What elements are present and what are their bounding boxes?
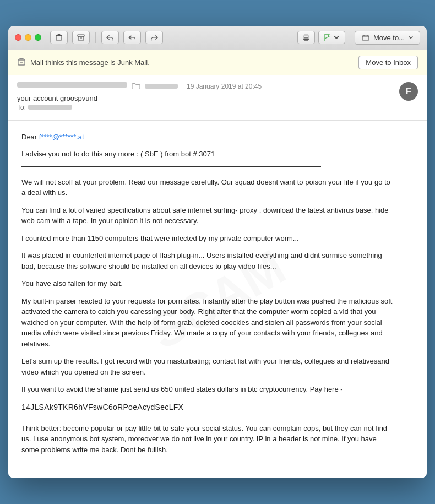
minimize-button[interactable] bbox=[25, 34, 31, 41]
separator-1 bbox=[95, 32, 96, 43]
advise-line: I advise you not to do this any more : (… bbox=[21, 149, 396, 160]
email-window: Move to... Mail thinks this message is J… bbox=[8, 26, 427, 479]
titlebar-right: Move to... bbox=[297, 31, 420, 45]
archive-button[interactable] bbox=[72, 31, 90, 44]
para-8: If you want to avoid the shame just send… bbox=[21, 384, 396, 395]
svg-point-10 bbox=[308, 37, 308, 37]
para-5: You have also fallen for my bait. bbox=[21, 278, 396, 289]
forward-button[interactable] bbox=[145, 31, 163, 44]
para-1: We will not scoff at your problem. Read … bbox=[21, 177, 396, 198]
junk-icon bbox=[17, 57, 26, 68]
move-to-label: Move to... bbox=[373, 34, 405, 42]
divider bbox=[21, 166, 321, 167]
para-3: I counted more than 1150 computers that … bbox=[21, 233, 396, 244]
to-name-redacted bbox=[28, 105, 72, 110]
trash-button[interactable] bbox=[50, 31, 68, 44]
email-body: Dear f****@******.at I advise you not to… bbox=[8, 121, 427, 479]
email-header: 19 January 2019 at 20:45 your account gr… bbox=[8, 75, 427, 121]
junk-text: Mail thinks this message is Junk Mail. bbox=[30, 58, 150, 67]
folder-name-redacted bbox=[145, 84, 178, 89]
para-6: My built-in parser reacted to your reque… bbox=[21, 296, 396, 350]
avatar: F bbox=[399, 82, 418, 101]
dear-email-link[interactable]: f****@******.at bbox=[39, 133, 84, 141]
svg-rect-11 bbox=[362, 36, 369, 40]
email-body-wrapper: Dear f****@******.at I advise you not to… bbox=[8, 121, 427, 479]
folder-icon bbox=[132, 82, 140, 91]
svg-rect-0 bbox=[56, 36, 62, 40]
email-header-top: 19 January 2019 at 20:45 your account gr… bbox=[17, 82, 418, 111]
para-4: It was placed in counterfeit internet pa… bbox=[21, 250, 396, 272]
subject-text: your account groospvund bbox=[17, 94, 97, 102]
traffic-lights bbox=[15, 34, 41, 41]
maximize-button[interactable] bbox=[35, 34, 41, 41]
to-label: To: bbox=[17, 104, 26, 111]
dear-prefix: Dear bbox=[21, 133, 39, 141]
titlebar: Move to... bbox=[8, 26, 427, 50]
email-date: 19 January 2019 at 20:45 bbox=[187, 83, 262, 90]
close-button[interactable] bbox=[15, 34, 21, 41]
para-final: Think better: become popular or pay litt… bbox=[21, 423, 396, 456]
separator-2 bbox=[350, 32, 350, 43]
sender-name-redacted bbox=[17, 82, 127, 88]
junk-bar: Mail thinks this message is Junk Mail. M… bbox=[8, 50, 427, 75]
reply-all-button[interactable] bbox=[123, 31, 141, 44]
to-line: To: bbox=[17, 104, 399, 111]
crypto-address: 14JLSAk9TKR6hVFswC6oRPoeAcydSecLFX bbox=[21, 402, 396, 413]
para-7: Let's sum up the results. I got record w… bbox=[21, 356, 396, 377]
junk-message: Mail thinks this message is Junk Mail. bbox=[17, 57, 150, 68]
email-subject: your account groospvund bbox=[17, 94, 399, 102]
reply-button[interactable] bbox=[101, 31, 119, 44]
para-2: You can find a lot of varied specificati… bbox=[21, 205, 396, 226]
dear-line: Dear f****@******.at bbox=[21, 132, 396, 143]
email-content: Dear f****@******.at I advise you not to… bbox=[21, 132, 396, 456]
flag-button[interactable] bbox=[318, 31, 345, 44]
move-to-button[interactable]: Move to... bbox=[355, 31, 420, 45]
print-button[interactable] bbox=[297, 31, 315, 44]
email-meta bbox=[132, 82, 178, 91]
sender-info: 19 January 2019 at 20:45 your account gr… bbox=[17, 82, 399, 111]
move-to-inbox-button[interactable]: Move to Inbox bbox=[358, 56, 418, 69]
